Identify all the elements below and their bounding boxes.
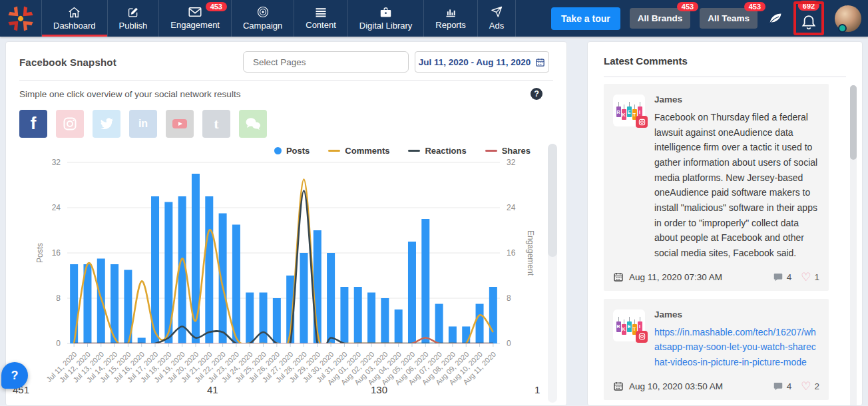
legend-item-posts[interactable]: Posts — [274, 146, 310, 156]
nav-item-digital-library[interactable]: Digital Library — [347, 0, 423, 37]
bell-icon — [799, 13, 818, 32]
bar-Aug 04, 2020 — [395, 309, 403, 343]
edit-icon — [127, 7, 139, 18]
tumblr-network-button[interactable]: t — [202, 110, 230, 138]
legend-label: Shares — [502, 146, 531, 156]
legend-item-shares[interactable]: Shares — [485, 146, 531, 156]
comments-scrollbar[interactable] — [850, 85, 857, 406]
legend-label: Comments — [345, 146, 389, 156]
plane-icon — [491, 6, 503, 18]
legend-label: Reactions — [425, 146, 466, 156]
bar-Aug 07, 2020 — [435, 304, 443, 344]
nav-item-dashboard[interactable]: Dashboard — [41, 0, 107, 37]
twitter-network-button[interactable] — [93, 110, 120, 138]
nav-item-campaign[interactable]: Campaign — [231, 0, 294, 37]
all-brands-button[interactable]: All Brands 453 — [630, 8, 691, 29]
user-avatar[interactable] — [835, 5, 861, 32]
bar-Aug 01, 2020 — [354, 287, 362, 343]
comment-card: RKETI James https://in.mashable.com/tech… — [604, 299, 829, 400]
nav-right-controls: Take a tour All Brands 453 All Teams 453… — [551, 0, 868, 37]
legend-item-reactions[interactable]: Reactions — [408, 146, 466, 156]
app-logo[interactable] — [0, 0, 41, 37]
commenter-avatar: RKETI — [613, 95, 645, 126]
bar-Jul 11, 2020 — [70, 264, 78, 343]
replies-icon — [773, 272, 783, 282]
primary-menu: Dashboard Publish Engagement453 Campaign… — [41, 0, 516, 37]
comment-card: RKETI James Facebook on Thursday filed a… — [604, 84, 829, 291]
nav-item-engagement[interactable]: Engagement453 — [158, 0, 231, 37]
bar-Jul 30, 2020 — [327, 253, 335, 343]
svg-text:24: 24 — [507, 203, 516, 212]
facebook-network-button[interactable]: f — [19, 110, 47, 138]
replies-count[interactable]: 4 — [773, 381, 792, 391]
notifications-badge: 692 — [798, 1, 819, 11]
notifications-bell[interactable]: 692 — [793, 1, 824, 35]
svg-text:0: 0 — [507, 339, 511, 348]
instagram-badge-icon — [636, 331, 648, 343]
all-teams-badge: 453 — [744, 2, 765, 11]
chart-scrollbar[interactable] — [548, 144, 557, 403]
commenter-name: James — [654, 309, 819, 319]
select-pages-input[interactable]: Select Pages — [243, 51, 409, 73]
svg-text:32: 32 — [52, 158, 61, 167]
svg-text:24: 24 — [52, 203, 61, 212]
page-subtitle: Simple one click overview of your social… — [19, 89, 240, 99]
instagram-badge-icon — [636, 116, 648, 128]
help-icon[interactable]: ? — [531, 88, 542, 100]
nav-item-publish[interactable]: Publish — [107, 0, 159, 37]
all-brands-badge: 453 — [677, 2, 698, 11]
summary-stat-value: 41 — [207, 384, 218, 395]
calendar-icon — [613, 272, 624, 282]
bar-Jul 25, 2020 — [260, 293, 268, 344]
bar-Aug 08, 2020 — [449, 327, 457, 344]
take-a-tour-button[interactable]: Take a tour — [551, 7, 620, 30]
svg-text:Engagement: Engagement — [526, 230, 535, 276]
svg-text:16: 16 — [52, 248, 61, 258]
wechat-network-button[interactable] — [239, 110, 267, 138]
bar-Jul 24, 2020 — [246, 293, 254, 344]
svg-text:0: 0 — [56, 339, 61, 348]
target-icon — [257, 6, 269, 18]
floating-help-button[interactable]: ? — [1, 362, 28, 389]
comment-text: Facebook on Thursday filed a federal law… — [654, 110, 819, 261]
nav-item-label: Digital Library — [359, 21, 412, 31]
legend-swatch — [274, 147, 282, 154]
comment-link[interactable]: https://in.mashable.com/tech/16207/whats… — [654, 325, 819, 370]
likes-count[interactable]: ♡2 — [801, 381, 819, 392]
nav-item-label: Dashboard — [53, 21, 96, 31]
nav-item-ads[interactable]: Ads — [477, 0, 516, 37]
nav-item-label: Content — [306, 20, 336, 30]
nav-item-label: Engagement — [170, 20, 220, 30]
heart-icon: ♡ — [801, 381, 811, 392]
bar-Aug 11, 2020 — [489, 287, 497, 343]
legend-swatch — [328, 150, 340, 152]
legend-item-comments[interactable]: Comments — [328, 146, 389, 156]
chart-legend: PostsCommentsReactionsShares — [19, 146, 531, 156]
facebook-snapshot-card: Facebook Snapshot Select Pages Jul 11, 2… — [5, 41, 567, 406]
all-teams-button[interactable]: All Teams 453 — [700, 8, 758, 29]
youtube-network-button[interactable] — [166, 110, 194, 138]
briefcase-icon — [379, 7, 392, 18]
replies-count[interactable]: 4 — [773, 272, 792, 282]
comment-date: Aug 10, 2020 03:50 AM — [613, 381, 723, 391]
likes-count[interactable]: ♡1 — [801, 272, 819, 283]
bar-Aug 03, 2020 — [381, 298, 389, 343]
bar-Jul 28, 2020 — [300, 253, 308, 343]
svg-text:8: 8 — [56, 294, 61, 303]
comments-list: RKETI James Facebook on Thursday filed a… — [604, 84, 829, 406]
legend-swatch — [408, 150, 420, 152]
legend-swatch — [485, 150, 497, 152]
date-range-picker[interactable]: Jul 11, 2020 - Aug 11, 2020 — [415, 51, 549, 73]
online-status-dot — [838, 24, 847, 33]
nav-item-reports[interactable]: Reports — [423, 0, 477, 37]
chart-icon — [445, 7, 457, 17]
feather-icon[interactable] — [767, 11, 783, 27]
nav-item-content[interactable]: Content — [294, 0, 347, 37]
linkedin-network-button[interactable]: in — [129, 110, 157, 138]
bar-Aug 06, 2020 — [421, 219, 429, 343]
nav-item-label: Publish — [119, 21, 148, 31]
instagram-network-button[interactable] — [56, 110, 84, 138]
network-switcher: fint — [19, 110, 553, 138]
nav-item-label: Campaign — [243, 21, 282, 31]
svg-text:8: 8 — [507, 294, 511, 303]
